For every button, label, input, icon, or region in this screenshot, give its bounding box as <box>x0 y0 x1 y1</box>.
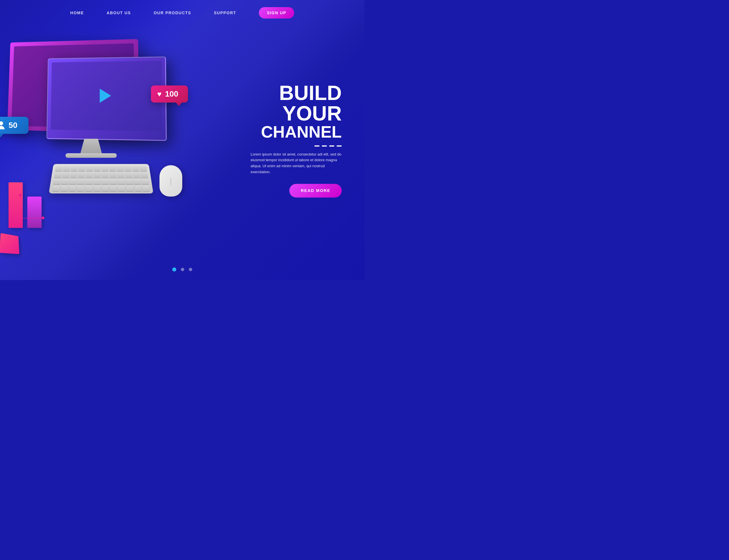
mouse <box>160 165 182 197</box>
pagination-dot-3[interactable] <box>189 268 192 271</box>
divider-dot-1 <box>315 145 320 146</box>
followers-notification: 50 <box>0 117 28 134</box>
pagination-dot-2[interactable] <box>181 268 184 271</box>
followers-count: 50 <box>9 121 17 130</box>
mouse-line <box>171 178 171 185</box>
divider-dot-3 <box>329 145 334 146</box>
keyboard-keys <box>52 166 150 191</box>
likes-count: 100 <box>165 89 178 99</box>
decorative-cube <box>0 233 19 254</box>
hero-title: BUILD YOUR CHANNEL <box>251 83 342 140</box>
bar-1 <box>9 182 23 228</box>
person-icon <box>0 121 5 129</box>
navigation: HOME ABOUT US OUR PRODUCTS SUPPORT SIGN … <box>0 0 364 26</box>
keyboard <box>49 164 153 194</box>
divider-dot-2 <box>322 145 327 146</box>
nav-support[interactable]: SUPPORT <box>214 11 236 15</box>
connection-h-line <box>21 218 43 218</box>
hero-title-line2: YOUR <box>251 103 342 124</box>
hero-title-line1: BUILD <box>251 83 342 103</box>
monitor-base <box>66 153 117 158</box>
connection-dot-1 <box>19 194 22 197</box>
signup-button[interactable]: SIGN UP <box>259 7 294 19</box>
play-button-front <box>100 89 111 103</box>
hero-content: BUILD YOUR CHANNEL Lorem ipsum dolor sit… <box>251 83 342 197</box>
divider-dots <box>251 145 342 146</box>
monitor-front-screen <box>51 61 162 131</box>
bar-2 <box>27 197 42 228</box>
page-wrapper: HOME ABOUT US OUR PRODUCTS SUPPORT SIGN … <box>0 0 364 280</box>
hero-title-line3: CHANNEL <box>251 124 342 140</box>
read-more-button[interactable]: READ MORE <box>289 184 342 197</box>
hero-description: Lorem ipsum dolor sit amet, consectetur … <box>251 152 342 175</box>
divider-dot-4 <box>337 145 342 146</box>
isometric-scene: 50 ♥ 100 <box>0 17 211 273</box>
bar-chart <box>9 182 42 228</box>
connection-dot-2 <box>42 216 44 219</box>
pagination <box>172 267 192 271</box>
heart-icon: ♥ <box>157 90 162 98</box>
likes-notification: ♥ 100 <box>151 85 188 103</box>
nav-products[interactable]: OUR PRODUCTS <box>154 11 191 15</box>
nav-home[interactable]: HOME <box>70 11 84 15</box>
monitor-front <box>46 56 167 141</box>
nav-about[interactable]: ABOUT US <box>107 11 131 15</box>
pagination-dot-1[interactable] <box>172 267 176 271</box>
connection-line <box>20 194 21 228</box>
